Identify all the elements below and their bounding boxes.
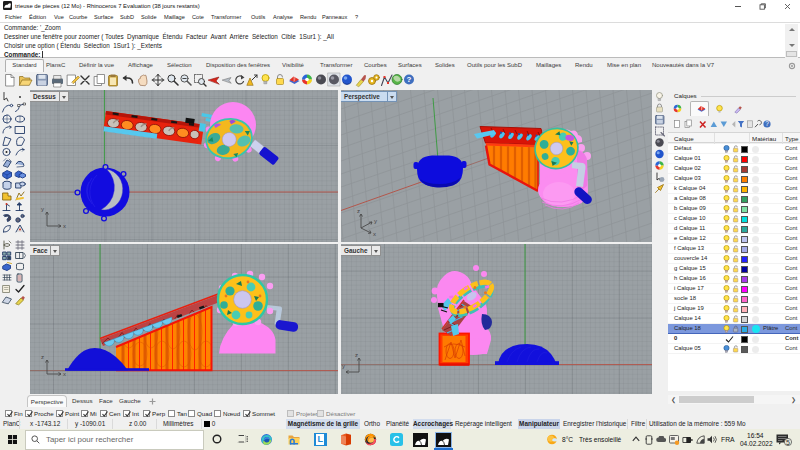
svg-text:y: y xyxy=(342,363,345,369)
svg-text:?: ? xyxy=(407,75,412,84)
svg-text:x: x xyxy=(63,223,66,229)
svg-text:z: z xyxy=(355,352,358,358)
svg-text:y: y xyxy=(41,206,44,212)
svg-text:x: x xyxy=(373,231,376,237)
svg-text:z: z xyxy=(41,354,44,360)
svg-text:?: ? xyxy=(765,120,769,127)
svg-text:y: y xyxy=(374,218,377,224)
svg-text:5: 5 xyxy=(786,439,790,446)
svg-text:z: z xyxy=(357,208,360,214)
svg-text:x: x xyxy=(63,371,66,377)
